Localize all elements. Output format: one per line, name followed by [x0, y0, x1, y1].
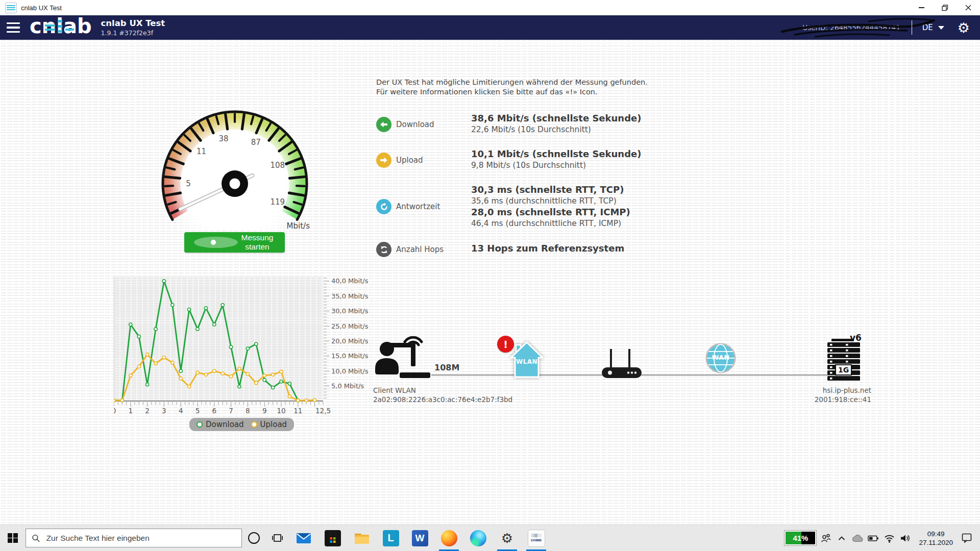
taskbar-app-file-explorer[interactable] [347, 525, 376, 551]
svg-text:1: 1 [129, 407, 133, 415]
svg-text:5: 5 [195, 407, 200, 415]
svg-text:15,0 Mbit/s: 15,0 Mbit/s [331, 352, 369, 360]
svg-text:12,5: 12,5 [315, 407, 331, 415]
svg-text:0: 0 [114, 407, 116, 415]
task-view-button[interactable] [265, 525, 289, 551]
upload-label: Upload [396, 156, 423, 165]
start-measurement-button[interactable]: Messung starten [184, 232, 285, 253]
client-address: 2a02:908:2226:a3c0:ac:76e4:e2b7:f3bd [373, 395, 512, 404]
taskbar-app-firefox[interactable] [434, 525, 463, 551]
main-content: 5113887108119 Mbit/s Messung starten 5,0… [0, 40, 980, 525]
start-measurement-label: Messung starten [238, 233, 282, 252]
logo-accent [58, 30, 62, 33]
svg-text:3: 3 [162, 407, 166, 415]
svg-text:11: 11 [293, 407, 302, 415]
chevron-down-icon [938, 26, 944, 30]
action-center-icon [962, 533, 972, 543]
taskbar-app-store[interactable] [318, 525, 347, 551]
l-app-icon: L [383, 530, 399, 546]
logo-accent [58, 20, 62, 22]
app-title: cnlab UX Test [101, 18, 165, 28]
svg-text:10: 10 [277, 407, 285, 415]
search-input[interactable] [45, 533, 236, 543]
search-icon [32, 534, 40, 543]
window-title-bar: cnlab UX Test [0, 0, 980, 15]
battery-percent-widget[interactable]: 41% [785, 531, 816, 545]
battery-tray-button[interactable] [867, 533, 879, 544]
throughput-chart: 5,0 Mbit/s10,0 Mbit/s15,0 Mbit/s20,0 Mbi… [114, 273, 379, 437]
svg-text:25,0 Mbit/s: 25,0 Mbit/s [331, 322, 369, 330]
hops-icon [376, 242, 391, 257]
show-hidden-icons-button[interactable] [836, 533, 848, 544]
cloud-icon [851, 534, 864, 542]
logo-accent [58, 25, 62, 28]
window-title: cnlab UX Test [21, 4, 62, 12]
people-icon [821, 534, 831, 543]
svg-text:119: 119 [270, 197, 285, 207]
people-tray-button[interactable] [820, 533, 832, 544]
wifi-tray-button[interactable] [883, 533, 895, 544]
language-selector[interactable]: DE [922, 23, 944, 32]
taskbar-app-edge[interactable] [463, 525, 493, 551]
app-version: 1.9.1 #372f2e3f [101, 29, 165, 37]
router-icon [599, 349, 645, 381]
taskbar-clock[interactable]: 09:49 27.11.2020 [915, 530, 957, 547]
cnlab-logo: cnlab [30, 16, 92, 36]
record-circle-icon [194, 237, 238, 248]
hops-label: Anzahl Hops [396, 245, 444, 254]
screen: cnlab UX Test cnlab [0, 0, 980, 551]
notice-line-1: Der UX Test hat mögliche Limitierungen w… [376, 78, 648, 87]
system-tray: 41% [785, 530, 980, 547]
restore-button[interactable] [933, 0, 957, 15]
windows-logo-icon [8, 533, 18, 543]
client-labels: Client WLAN 2a02:908:2226:a3c0:ac:76e4:e… [373, 386, 512, 404]
taskbar-app-word[interactable]: W [405, 525, 434, 551]
start-button[interactable] [0, 525, 26, 551]
menu-button[interactable] [0, 15, 27, 40]
wlan-house-label: WLAN [510, 358, 544, 365]
server-host: hsi.ip-plus.net [760, 386, 871, 395]
taskbar-app-l[interactable]: L [376, 525, 405, 551]
minimize-button[interactable] [910, 0, 933, 15]
legend-item-upload: Upload [251, 420, 287, 429]
client-device-icon [373, 336, 433, 385]
chart-canvas: 5,0 Mbit/s10,0 Mbit/s15,0 Mbit/s20,0 Mbi… [114, 273, 379, 434]
file-explorer-icon [354, 532, 370, 545]
svg-text:4: 4 [179, 407, 183, 415]
language-value: DE [922, 23, 933, 32]
volume-tray-button[interactable] [899, 533, 911, 544]
download-avg-value: 22,6 Mbit/s (10s Durchschnitt) [471, 124, 641, 135]
taskbar-app-cnlab[interactable]: cnlab [522, 525, 551, 551]
network-path-diagram: 108M ! WLAN [372, 336, 888, 412]
taskbar-app-settings[interactable]: ⚙ [493, 525, 522, 551]
close-button[interactable] [957, 0, 980, 15]
rtt-tcp-avg: 35,6 ms (durchschnittliche RTT, TCP) [471, 195, 630, 207]
onedrive-tray-button[interactable] [851, 533, 864, 544]
speed-gauge-dial: 5113887108119 [151, 102, 319, 230]
taskbar-search[interactable] [26, 529, 242, 547]
app-icon[interactable] [5, 3, 17, 13]
upload-icon [376, 153, 391, 168]
server-address: 2001:918:ce::41 [760, 395, 871, 404]
upload-fast-value: 10,1 Mbit/s (schnellste Sekunde) [471, 148, 641, 160]
svg-text:5,0 Mbit/s: 5,0 Mbit/s [331, 382, 364, 390]
client-name: Client WLAN [373, 386, 512, 395]
cortana-button[interactable] [242, 525, 265, 551]
clock-date: 27.11.2020 [919, 538, 953, 547]
server-ipv6-label: v6 [850, 333, 862, 343]
svg-text:9: 9 [262, 407, 267, 415]
settings-icon: ⚙ [501, 532, 513, 545]
chart-legend: Download Upload [189, 418, 294, 431]
taskbar: L W ⚙ cnlab 41% [0, 524, 980, 551]
svg-text:40,0 Mbit/s: 40,0 Mbit/s [331, 277, 369, 285]
svg-text:10,0 Mbit/s: 10,0 Mbit/s [331, 367, 369, 375]
svg-text:20,0 Mbit/s: 20,0 Mbit/s [331, 337, 369, 345]
server-labels: hsi.ip-plus.net 2001:918:ce::41 [760, 386, 871, 404]
taskbar-app-mail[interactable] [289, 525, 318, 551]
legend-item-download: Download [197, 420, 244, 429]
settings-gear-button[interactable]: ⚙ [958, 21, 970, 35]
wan-label: WAN [705, 354, 737, 361]
logo-accent [45, 24, 55, 27]
action-center-button[interactable] [961, 533, 973, 544]
speed-gauge: 5113887108119 [151, 102, 319, 230]
